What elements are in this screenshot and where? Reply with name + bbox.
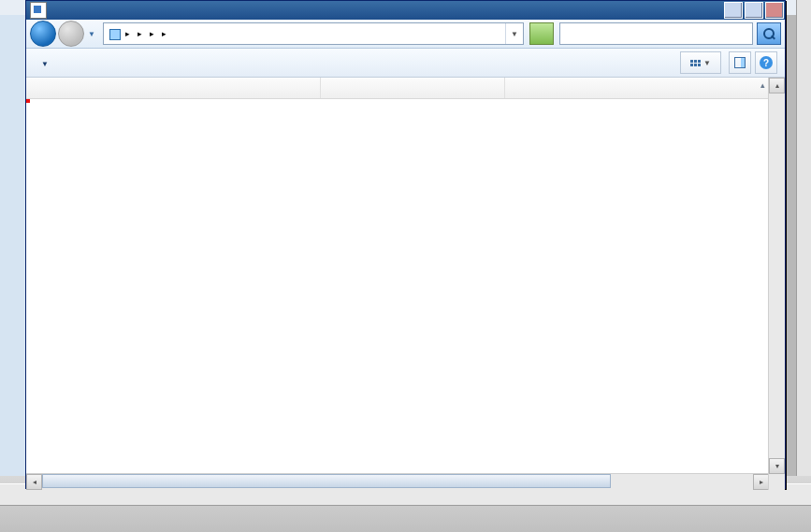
chevron-down-icon: ▼ (703, 59, 711, 67)
desktop: ▼ ▸ ▸ ▸ ▸ ▼ (0, 0, 811, 532)
scroll-right-button[interactable]: ▸ (753, 474, 769, 490)
help-button[interactable]: ? (755, 51, 777, 74)
view-options-button[interactable]: ▼ (680, 51, 721, 74)
command-bar: ▼ ▼ ? (26, 49, 785, 78)
column-header-device[interactable] (505, 78, 785, 98)
chevron-down-icon: ▼ (41, 60, 49, 68)
nav-history-dropdown[interactable]: ▼ (86, 24, 97, 43)
background-chrome (0, 0, 26, 532)
chevron-right-icon: ▸ (125, 29, 130, 38)
window-network-connections: ▼ ▸ ▸ ▸ ▸ ▼ (25, 0, 786, 489)
scroll-up-button[interactable]: ▴ (769, 78, 785, 93)
organize-menu[interactable]: ▼ (34, 54, 52, 71)
chevron-right-icon: ▸ (138, 29, 142, 38)
refresh-button[interactable] (529, 22, 554, 45)
minimize-button[interactable] (724, 2, 743, 19)
chevron-right-icon: ▸ (150, 29, 154, 38)
preview-pane-icon (734, 57, 746, 68)
location-icon (107, 26, 122, 41)
maximize-button[interactable] (745, 2, 763, 19)
address-bar[interactable]: ▸ ▸ ▸ ▸ ▼ (103, 22, 524, 45)
chevron-right-icon: ▸ (162, 29, 167, 38)
search-input[interactable] (560, 27, 752, 40)
help-icon: ? (760, 56, 773, 69)
window-icon (30, 2, 47, 19)
titlebar[interactable] (26, 1, 785, 20)
scroll-left-button[interactable]: ◂ (26, 474, 42, 490)
horizontal-scrollbar[interactable]: ◂ ▸ (26, 473, 769, 490)
close-button[interactable] (765, 2, 784, 19)
address-dropdown[interactable]: ▼ (505, 23, 523, 44)
column-header-name[interactable] (26, 78, 321, 98)
background-chrome (796, 0, 811, 532)
scroll-down-button[interactable]: ▾ (769, 458, 785, 474)
forward-button[interactable] (58, 21, 84, 47)
column-header-status[interactable] (321, 78, 505, 98)
navigation-bar: ▼ ▸ ▸ ▸ ▸ ▼ (26, 20, 785, 49)
search-icon (763, 28, 775, 39)
search-button[interactable] (757, 22, 781, 45)
scroll-track[interactable] (42, 474, 753, 490)
preview-pane-button[interactable] (729, 51, 751, 74)
vertical-scrollbar[interactable]: ▴ ▾ (768, 78, 785, 490)
column-headers (26, 78, 785, 99)
scroll-thumb[interactable] (42, 474, 611, 488)
back-button[interactable] (30, 21, 56, 47)
search-box[interactable] (559, 22, 753, 45)
scroll-corner (769, 474, 785, 490)
view-icon (690, 60, 701, 66)
highlight-annotation (26, 99, 30, 103)
connection-list: ◂ ▸ ▴ ▾ (26, 78, 785, 490)
